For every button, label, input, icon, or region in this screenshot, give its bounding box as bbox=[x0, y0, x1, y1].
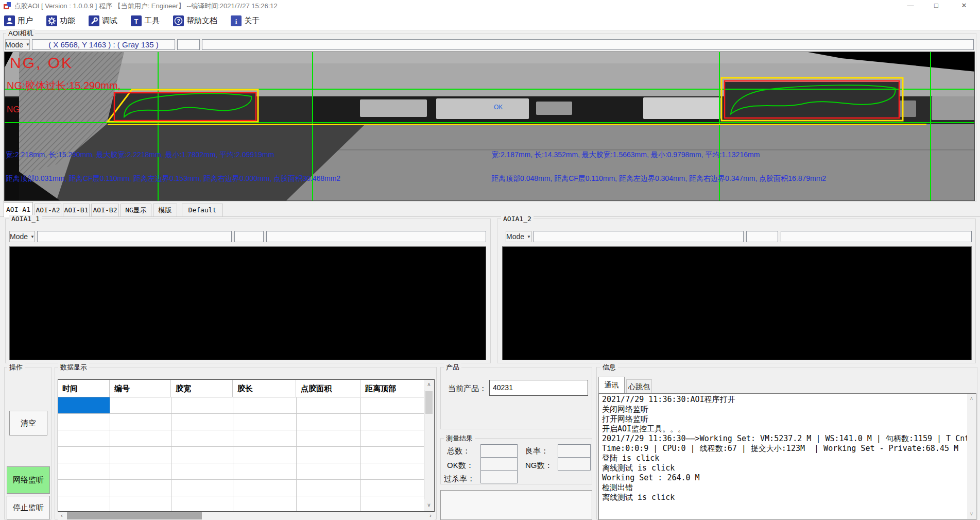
ok-label: OK bbox=[494, 104, 503, 111]
toolbar-function[interactable]: 功能 bbox=[46, 15, 75, 26]
panel1-field-1[interactable] bbox=[37, 231, 232, 242]
toolbar-help-label: 帮助文档 bbox=[186, 16, 217, 26]
scroll-down-icon[interactable]: ˅ bbox=[424, 499, 434, 511]
user-icon bbox=[4, 15, 15, 26]
toolbar-tools[interactable]: T 工具 bbox=[131, 15, 160, 26]
product-group-label: 产品 bbox=[444, 363, 461, 372]
panel2-field-1[interactable] bbox=[534, 231, 744, 242]
scroll-up-icon[interactable]: ˄ bbox=[967, 394, 976, 404]
log-line: 离线测试 is click bbox=[599, 463, 976, 473]
camera-mode-dropdown[interactable]: Mode▼ bbox=[5, 39, 30, 50]
total-label: 总数： bbox=[447, 446, 470, 456]
yield-label: 良率： bbox=[525, 446, 548, 456]
chevron-down-icon: ▼ bbox=[30, 234, 35, 239]
col-header-glue-length[interactable]: 胶长 bbox=[233, 380, 296, 397]
toolbar-user[interactable]: 用户 bbox=[4, 15, 33, 26]
network-listen-button[interactable]: 网络监听 bbox=[7, 466, 50, 494]
minimize-button[interactable]: — bbox=[899, 0, 922, 11]
tab-heartbeat[interactable]: 心跳包 bbox=[626, 379, 652, 393]
log-line: 关闭网络监听 bbox=[599, 405, 976, 414]
tab-aoi-b1[interactable]: AOI-B1 bbox=[63, 204, 90, 216]
camera-mode-label: Mode bbox=[5, 41, 23, 49]
tab-ng-display[interactable]: NG显示 bbox=[121, 204, 151, 216]
about-icon: i bbox=[231, 15, 242, 26]
log-scrollbar[interactable] bbox=[967, 394, 976, 519]
camera-viewport[interactable]: NG, OK NG:胶体过长:15.290mm, NG OK 宽:2.218mm… bbox=[4, 52, 975, 201]
toolbar-user-label: 用户 bbox=[18, 16, 33, 26]
panel1-field-2[interactable] bbox=[234, 231, 264, 242]
scroll-right-icon[interactable]: › bbox=[426, 512, 435, 520]
gear-icon bbox=[46, 15, 57, 26]
camera-small-field[interactable] bbox=[177, 39, 200, 50]
ok-count-input[interactable] bbox=[480, 457, 518, 471]
selected-cell[interactable] bbox=[58, 397, 110, 413]
camera-wide-field[interactable] bbox=[202, 39, 974, 50]
col-header-glue-width[interactable]: 胶宽 bbox=[171, 380, 233, 397]
toolbar-debug[interactable]: 调试 bbox=[89, 15, 117, 26]
overkill-input[interactable] bbox=[480, 470, 518, 483]
log-line: 2021/7/29 11:36:30——>Working Set: VM:523… bbox=[599, 434, 976, 444]
tab-default[interactable]: Default bbox=[182, 204, 223, 216]
table-grid[interactable] bbox=[58, 397, 424, 511]
panel1-mode-dropdown[interactable]: Mode▼ bbox=[9, 231, 35, 242]
maximize-button[interactable]: □ bbox=[924, 0, 948, 11]
camera-group-label: AOI相机 bbox=[6, 29, 35, 38]
panel2-field-2[interactable] bbox=[746, 231, 778, 242]
aoi-panel1-label: AOIA1_1 bbox=[9, 215, 42, 223]
tab-template[interactable]: 模版 bbox=[153, 204, 177, 216]
tabstrip-divider bbox=[0, 216, 980, 217]
left-metrics-line1: 宽:2.218mm, 长:15.290mm, 最大胶宽:2.2218mm, 最小… bbox=[6, 150, 274, 160]
toolbar-help[interactable]: ? 帮助文档 bbox=[173, 15, 217, 26]
main-toolbar: 用户 功能 调试 T 工具 ? 帮助文档 i 关于 bbox=[0, 11, 980, 30]
vscrollbar-thumb[interactable] bbox=[425, 391, 433, 414]
operations-group-label: 操作 bbox=[7, 363, 25, 372]
svg-text:i: i bbox=[235, 17, 237, 25]
overkill-label: 过杀率： bbox=[444, 474, 475, 484]
log-line: 2021/7/29 11:36:30:AOI程序打开 bbox=[599, 395, 976, 405]
panel2-field-3[interactable] bbox=[781, 231, 972, 242]
total-input[interactable] bbox=[480, 444, 518, 458]
current-product-input[interactable]: 40231 bbox=[489, 380, 588, 396]
window-title: 点胶AOI [ Version : 1.0.0.9 ] 程序 【当前用户: En… bbox=[14, 2, 278, 11]
scroll-down-icon[interactable]: ˅ bbox=[967, 510, 976, 519]
log-line: 离线测试 is click bbox=[599, 493, 976, 502]
panel2-image-area[interactable] bbox=[502, 246, 972, 360]
panel2-mode-label: Mode bbox=[506, 232, 524, 241]
log-line: 打开网络监听 bbox=[599, 414, 976, 424]
ng-label: NG bbox=[7, 105, 20, 115]
panel1-image-area[interactable] bbox=[9, 246, 486, 360]
panel1-mode-label: Mode bbox=[10, 232, 28, 241]
title-bar: 点胶AOI [ Version : 1.0.0.9 ] 程序 【当前用户: En… bbox=[0, 0, 980, 11]
col-header-glue-area[interactable]: 点胶面积 bbox=[297, 380, 360, 397]
scroll-left-icon[interactable]: ‹ bbox=[58, 512, 66, 520]
col-header-distance-top[interactable]: 距离顶部 bbox=[361, 380, 424, 397]
stop-listen-button[interactable]: 停止监听 bbox=[7, 496, 50, 519]
right-metrics-line2: 距离顶部0.048mm, 距离CF层0.110mm, 距离左边界0.304mm,… bbox=[491, 174, 826, 183]
toolbar-debug-label: 调试 bbox=[102, 16, 117, 26]
close-button[interactable]: ✕ bbox=[950, 0, 978, 11]
col-header-id[interactable]: 编号 bbox=[110, 380, 171, 397]
log-output[interactable]: 2021/7/29 11:36:30:AOI程序打开 关闭网络监听 打开网络监听… bbox=[598, 393, 976, 520]
toolbar-about[interactable]: i 关于 bbox=[231, 15, 260, 26]
scroll-up-icon[interactable]: ˄ bbox=[424, 380, 434, 390]
data-display-group-label: 数据显示 bbox=[58, 363, 89, 372]
panel2-mode-dropdown[interactable]: Mode▼ bbox=[506, 231, 531, 242]
toolbar-tools-label: 工具 bbox=[144, 16, 160, 26]
panel1-field-3[interactable] bbox=[266, 231, 486, 242]
tab-aoi-b2[interactable]: AOI-B2 bbox=[91, 204, 119, 216]
yield-input[interactable] bbox=[558, 444, 591, 458]
ok-count-label: OK数： bbox=[447, 461, 474, 471]
svg-text:T: T bbox=[134, 17, 139, 25]
ng-count-label: NG数： bbox=[525, 461, 553, 471]
hscrollbar-thumb[interactable] bbox=[67, 512, 202, 519]
tab-comms[interactable]: 通讯 bbox=[598, 377, 625, 393]
wrench-icon bbox=[89, 15, 99, 26]
ng-count-input[interactable] bbox=[558, 457, 591, 471]
pixel-readout-field[interactable]: ( X 6568, Y 1463 ) : ( Gray 135 ) bbox=[32, 39, 175, 50]
toolbar-function-label: 功能 bbox=[60, 16, 75, 26]
clear-button[interactable]: 清空 bbox=[9, 411, 47, 435]
aoi-panel2-label: AOIA1_2 bbox=[501, 215, 534, 223]
notes-panel[interactable] bbox=[440, 490, 592, 520]
product-groupbox bbox=[440, 367, 592, 429]
col-header-time[interactable]: 时间 bbox=[58, 380, 110, 397]
